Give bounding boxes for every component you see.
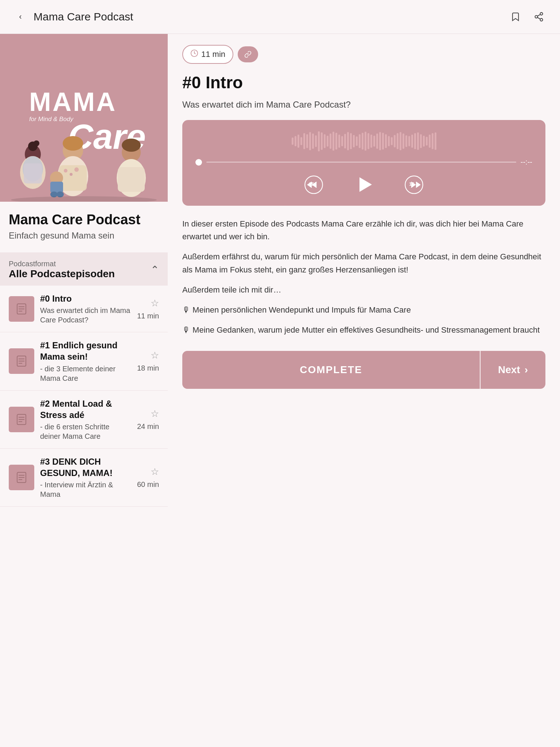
svg-rect-25 [118, 167, 145, 192]
svg-line-3 [537, 18, 540, 19]
episode-star-2[interactable]: ☆ [151, 408, 159, 419]
episode-title-3: #3 DENK DICH GESUND, MAMA! [40, 456, 131, 479]
complete-button[interactable]: COMPLETE [182, 351, 480, 389]
header-icons [508, 9, 547, 25]
podcast-artwork: MAMA for Mind & Body Care [0, 34, 168, 202]
format-section: Podcastformat Alle Podcastepisoden ⌃ [0, 252, 168, 286]
svg-point-15 [64, 169, 67, 173]
header: ‹ Mama Care Podcast [0, 0, 560, 34]
svg-rect-19 [50, 182, 63, 193]
desc-para-4: 🎙 Meine Gedanken, warum jede Mutter ein … [182, 324, 545, 336]
episode-meta-1: ☆ 18 min [137, 350, 159, 372]
rewind-button[interactable]: 15 [304, 175, 324, 195]
episode-meta-2: ☆ 24 min [137, 408, 159, 431]
progress-track[interactable] [206, 162, 516, 163]
bookmark-button[interactable] [508, 9, 524, 25]
clock-icon [190, 49, 198, 59]
svg-point-7 [34, 140, 39, 146]
episode-info-3: #3 DENK DICH GESUND, MAMA! - Interview m… [40, 456, 131, 499]
left-column: MAMA for Mind & Body Care [0, 34, 168, 507]
episode-desc-3: - Interview mit Ärztin & Mama [40, 480, 131, 499]
episode-title-2: #2 Mental Load & Stress adé [40, 398, 131, 421]
episode-info-0: #0 Intro Was erwartet dich im Mama Care … [40, 293, 131, 325]
svg-point-17 [74, 167, 79, 172]
player-controls: 15 15 [195, 174, 532, 196]
episode-meta-0: ☆ 11 min [137, 298, 159, 320]
podcast-name: Mama Care Podcast [9, 212, 159, 228]
episode-duration-1: 18 min [137, 364, 159, 372]
bottom-actions: COMPLETE Next › [182, 351, 545, 403]
episode-meta-3: ☆ 60 min [137, 466, 159, 489]
duration-badge: 11 min [182, 45, 233, 64]
next-label: Next [498, 364, 520, 376]
svg-point-26 [11, 196, 157, 202]
forward-button[interactable]: 15 [404, 175, 424, 195]
episode-star-1[interactable]: ☆ [151, 350, 159, 361]
episode-desc-0: Was erwartet dich im Mama Care Podcast? [40, 306, 131, 325]
desc-para-0: In dieser ersten Episode des Podcasts Ma… [182, 217, 545, 243]
episode-item[interactable]: #3 DENK DICH GESUND, MAMA! - Interview m… [0, 449, 168, 507]
format-info: Podcastformat Alle Podcastepisoden [9, 260, 115, 280]
episode-thumb-3 [9, 465, 34, 490]
right-column: 11 min #0 Intro Was erwartet dich im Mam… [168, 34, 560, 507]
episode-duration-2: 24 min [137, 422, 159, 431]
episode-thumb-2 [9, 407, 34, 432]
episode-thumb-0 [9, 296, 34, 322]
desc-para-2: Außerdem teile ich mit dir… [182, 283, 545, 296]
desc-para-1: Außerdem erfährst du, warum für mich per… [182, 250, 545, 276]
episode-desc-2: - die 6 ersten Schritte deiner Mama Care [40, 422, 131, 441]
episode-description: In dieser ersten Episode des Podcasts Ma… [182, 217, 545, 336]
play-button[interactable] [353, 174, 375, 196]
progress-time: --:-- [521, 158, 532, 166]
episode-duration-0: 11 min [137, 312, 159, 320]
header-title: Mama Care Podcast [34, 11, 133, 23]
svg-point-0 [540, 12, 543, 15]
episode-detail-subtitle: Was erwartet dich im Mama Care Podcast? [182, 100, 545, 110]
episode-info-2: #2 Mental Load & Stress adé - die 6 erst… [40, 398, 131, 441]
chevron-up-icon: ⌃ [151, 264, 159, 276]
player-progress[interactable]: --:-- [195, 158, 532, 166]
episode-list: #0 Intro Was erwartet dich im Mama Care … [0, 286, 168, 507]
svg-point-23 [122, 139, 141, 152]
svg-point-2 [540, 19, 543, 21]
episode-detail-title: #0 Intro [182, 73, 545, 92]
episode-thumb-1 [9, 348, 34, 374]
link-badge[interactable] [238, 46, 258, 62]
forward-label: 15 [409, 181, 414, 187]
waveform [195, 130, 532, 152]
format-header[interactable]: Podcastformat Alle Podcastepisoden ⌃ [0, 252, 168, 286]
header-left: ‹ Mama Care Podcast [13, 9, 133, 24]
audio-player: --:-- 15 [182, 120, 545, 206]
duration-badge-text: 11 min [201, 50, 225, 59]
back-button[interactable]: ‹ [13, 9, 28, 24]
podcast-tagline: Einfach gesund Mama sein [9, 231, 159, 241]
figures-area [0, 121, 168, 202]
next-arrow-icon: › [525, 364, 528, 376]
episode-item[interactable]: #2 Mental Load & Stress adé - die 6 erst… [0, 391, 168, 449]
main-layout: MAMA for Mind & Body Care [0, 34, 560, 507]
svg-line-4 [537, 15, 540, 16]
episode-star-0[interactable]: ☆ [151, 298, 159, 309]
svg-rect-14 [59, 165, 87, 191]
svg-point-1 [535, 16, 538, 18]
people-illustration [0, 121, 168, 202]
svg-point-12 [63, 136, 83, 151]
svg-rect-10 [24, 163, 42, 183]
badges: 11 min [182, 45, 545, 64]
next-button[interactable]: Next › [481, 351, 545, 389]
format-title: Alle Podcastepisoden [9, 268, 115, 280]
svg-marker-45 [359, 177, 372, 192]
share-button[interactable] [531, 9, 547, 25]
episode-star-3[interactable]: ☆ [151, 466, 159, 477]
progress-dot[interactable] [195, 159, 202, 166]
desc-para-3: 🎙 Meinen persönlichen Wendepunkt und Imp… [182, 303, 545, 316]
episode-item[interactable]: #0 Intro Was erwartet dich im Mama Care … [0, 286, 168, 332]
podcast-info: Mama Care Podcast Einfach gesund Mama se… [0, 202, 168, 247]
episode-duration-3: 60 min [137, 480, 159, 489]
episode-item[interactable]: #1 Endlich gesund Mama sein! - die 3 Ele… [0, 332, 168, 390]
artwork-mama-text: MAMA [29, 89, 117, 115]
episode-info-1: #1 Endlich gesund Mama sein! - die 3 Ele… [40, 340, 131, 383]
rewind-label: 15 [309, 181, 314, 187]
svg-point-16 [70, 173, 73, 176]
format-label: Podcastformat [9, 260, 115, 268]
